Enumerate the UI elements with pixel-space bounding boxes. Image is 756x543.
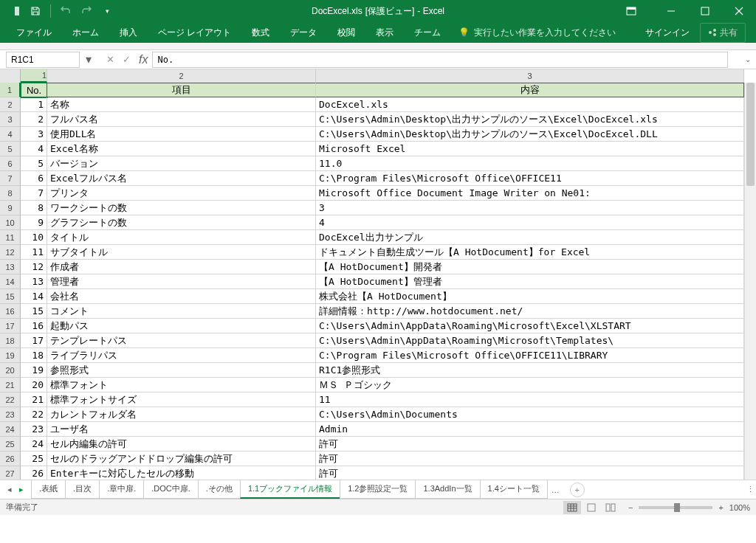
cell-no[interactable]: 12	[21, 260, 47, 274]
cell-item[interactable]: グラフシートの数	[47, 215, 316, 230]
select-all-corner[interactable]	[0, 69, 21, 83]
tab-insert[interactable]: 挿入	[109, 22, 148, 43]
cell-item[interactable]: 参照形式	[47, 363, 316, 378]
cell-no[interactable]: 15	[21, 304, 47, 319]
row-header[interactable]: 27	[0, 466, 21, 480]
row-header[interactable]: 5	[0, 142, 21, 156]
cell-item[interactable]: Excel名称	[47, 142, 316, 156]
cell-content[interactable]: C:\Users\Admin\Desktop\出力サンプルのソース\Excel\…	[316, 127, 744, 142]
cell-content[interactable]: R1C1参照形式	[316, 363, 744, 378]
worksheet-grid[interactable]: 1 2 3 1 No. 項目 内容 2 1 名称 DocExcel.xls 3 …	[0, 69, 756, 480]
cell-item[interactable]: セル内編集の許可	[47, 437, 316, 452]
cell-content[interactable]: C:\Program Files\Microsoft Office\OFFICE…	[316, 348, 744, 363]
cell-no[interactable]: 4	[21, 142, 47, 156]
sheet-tab[interactable]: .DOC中扉.	[143, 480, 199, 499]
sheet-tab-nav[interactable]: ◂ ▸	[0, 485, 31, 494]
tab-file[interactable]: ファイル	[6, 22, 62, 43]
sheet-tab[interactable]: .その他	[198, 480, 241, 499]
cell-item[interactable]: サブタイトル	[47, 245, 316, 260]
qat-customize-icon[interactable]: ▾	[98, 2, 116, 20]
cell-no[interactable]: 11	[21, 245, 47, 260]
row-header[interactable]: 22	[0, 392, 21, 407]
tab-nav-prev-icon[interactable]: ◂	[4, 485, 15, 494]
row-header[interactable]: 2	[0, 97, 21, 112]
cell-content[interactable]: Admin	[316, 422, 744, 437]
cell-item[interactable]: ワークシートの数	[47, 201, 316, 215]
row-header[interactable]: 9	[0, 201, 21, 215]
row-header[interactable]: 17	[0, 319, 21, 333]
row-header[interactable]: 6	[0, 156, 21, 171]
cell-item[interactable]: フルパス名	[47, 112, 316, 127]
cell-no[interactable]: 22	[21, 407, 47, 422]
cancel-formula-icon[interactable]: ✕	[102, 52, 118, 68]
cell-content[interactable]: Microsoft Excel	[316, 142, 744, 156]
cell-no[interactable]: 25	[21, 452, 47, 466]
name-box-dropdown-icon[interactable]: ▾	[83, 52, 94, 66]
row-header[interactable]: 15	[0, 289, 21, 304]
cell-content[interactable]: 3	[316, 201, 744, 215]
cell-item[interactable]: 名称	[47, 97, 316, 112]
cell-item[interactable]: 作成者	[47, 260, 316, 274]
zoom-slider[interactable]	[639, 506, 712, 509]
column-header[interactable]: 2	[47, 69, 316, 83]
tab-team[interactable]: チーム	[404, 22, 451, 43]
row-header[interactable]: 7	[0, 171, 21, 186]
row-header[interactable]: 24	[0, 422, 21, 437]
cell-no[interactable]: 18	[21, 348, 47, 363]
enter-formula-icon[interactable]: ✓	[118, 52, 134, 68]
cell-no[interactable]: 9	[21, 215, 47, 230]
cell-content[interactable]: ドキュメント自動生成ツール【A HotDocument】for Excel	[316, 245, 744, 260]
tab-nav-next-icon[interactable]: ▸	[16, 485, 27, 494]
redo-icon[interactable]	[78, 2, 95, 20]
cell-no[interactable]: 23	[21, 422, 47, 437]
tab-split-handle[interactable]: ⋮	[744, 485, 756, 494]
sheet-tab[interactable]: .表紙	[31, 480, 66, 499]
cell-item[interactable]: ライブラリパス	[47, 348, 316, 363]
page-layout-view-icon[interactable]	[583, 501, 600, 514]
zoom-in-button[interactable]: +	[718, 503, 723, 512]
cell-item[interactable]: 管理者	[47, 274, 316, 289]
row-header[interactable]: 14	[0, 274, 21, 289]
cell-item[interactable]: カレントフォルダ名	[47, 407, 316, 422]
cell-content[interactable]: 許可	[316, 466, 744, 480]
sheet-tab[interactable]: 1.4シート一覧	[480, 480, 548, 499]
column-header[interactable]: 1	[21, 69, 47, 83]
row-header[interactable]: 13	[0, 260, 21, 274]
cell-no[interactable]: 17	[21, 333, 47, 348]
row-header[interactable]: 11	[0, 230, 21, 245]
cell-item[interactable]: バージョン	[47, 156, 316, 171]
cell-content[interactable]: C:\Users\Admin\Documents	[316, 407, 744, 422]
row-header[interactable]: 12	[0, 245, 21, 260]
cell-no-header[interactable]: No.	[21, 83, 47, 97]
save-icon[interactable]	[27, 2, 44, 20]
sheet-tab[interactable]: 1.2参照設定一覧	[340, 480, 416, 499]
cell-no[interactable]: 21	[21, 392, 47, 407]
row-header[interactable]: 16	[0, 304, 21, 319]
cell-content[interactable]: C:\Users\Admin\AppData\Roaming\Microsoft…	[316, 333, 744, 348]
tab-more-icon[interactable]: …	[547, 485, 564, 494]
cell-item[interactable]: ユーザ名	[47, 422, 316, 437]
cell-content[interactable]: DocExcel.xls	[316, 97, 744, 112]
cell-content[interactable]: 11	[316, 392, 744, 407]
cell-content-header[interactable]: 内容	[316, 83, 744, 97]
undo-icon[interactable]	[57, 2, 75, 20]
row-header[interactable]: 21	[0, 378, 21, 392]
row-header[interactable]: 18	[0, 333, 21, 348]
cell-item[interactable]: 使用DLL名	[47, 127, 316, 142]
sheet-tab[interactable]: .目次	[65, 480, 100, 499]
cell-item[interactable]: セルのドラッグアンドドロップ編集の許可	[47, 452, 316, 466]
cell-item[interactable]: 標準フォント	[47, 378, 316, 392]
row-header[interactable]: 19	[0, 348, 21, 363]
tab-data[interactable]: データ	[280, 22, 327, 43]
cell-no[interactable]: 8	[21, 201, 47, 215]
share-button[interactable]: 共有	[700, 23, 746, 43]
sheet-tab[interactable]: 1.3AddIn一覧	[415, 480, 480, 499]
tell-me-search[interactable]: 💡 実行したい作業を入力してください	[451, 27, 623, 39]
vertical-scrollbar[interactable]	[744, 83, 756, 480]
row-header[interactable]: 4	[0, 127, 21, 142]
scrollbar-thumb[interactable]	[746, 83, 755, 186]
cell-content[interactable]: 【A HotDocument】管理者	[316, 274, 744, 289]
cell-no[interactable]: 7	[21, 186, 47, 201]
page-break-view-icon[interactable]	[602, 501, 619, 514]
cell-content[interactable]: 許可	[316, 452, 744, 466]
